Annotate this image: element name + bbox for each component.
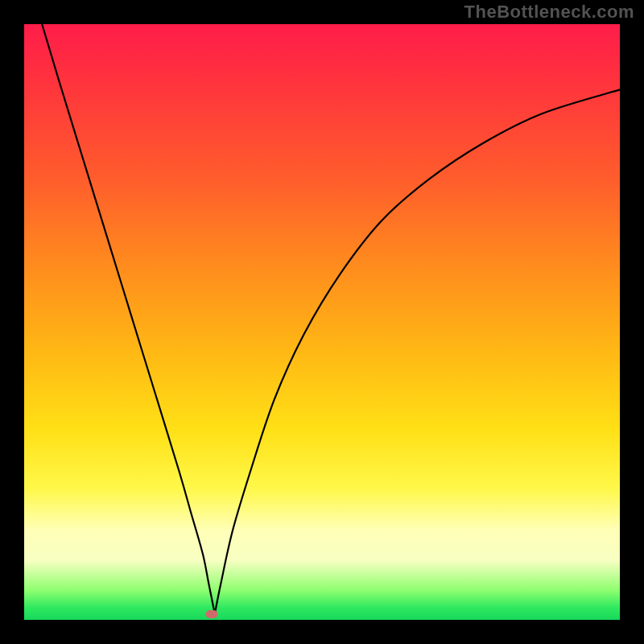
bottleneck-curve (24, 24, 620, 620)
watermark-text: TheBottleneck.com (464, 2, 634, 23)
optimal-point-marker (206, 610, 218, 618)
plot-area (24, 24, 620, 620)
curve-path (42, 24, 620, 614)
chart-frame: TheBottleneck.com (0, 0, 644, 644)
